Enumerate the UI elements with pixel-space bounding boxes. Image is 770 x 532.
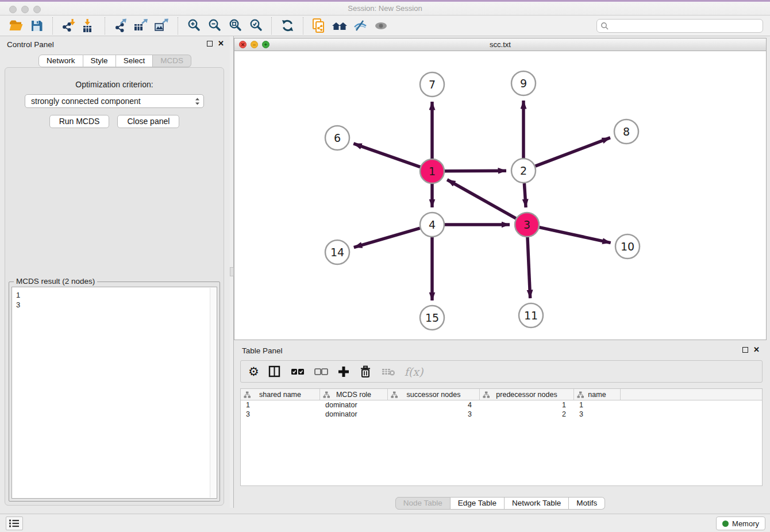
- graph-node-11[interactable]: 11: [519, 303, 543, 327]
- columns-icon[interactable]: [268, 363, 282, 380]
- import-table-icon[interactable]: [80, 17, 98, 34]
- zoom-out-icon[interactable]: [206, 17, 223, 34]
- panel-split-divider[interactable]: [230, 36, 234, 508]
- gear-icon[interactable]: ⚙: [248, 363, 259, 380]
- home-icon[interactable]: [331, 17, 348, 34]
- network-close-button[interactable]: ✕: [239, 41, 247, 48]
- show-eye-icon[interactable]: [372, 17, 390, 34]
- open-folder-icon[interactable]: [7, 17, 25, 34]
- table-cell[interactable]: 3: [388, 410, 480, 419]
- graph-edge-3-10[interactable]: [539, 228, 610, 243]
- result-scrollbar[interactable]: [210, 288, 216, 498]
- float-table-panel-icon[interactable]: [742, 347, 748, 353]
- main-toolbar: [0, 16, 770, 36]
- graph-node-4[interactable]: 4: [420, 213, 444, 237]
- mcds-result-textarea[interactable]: 1 3: [11, 287, 217, 499]
- graph-svg: 1234678910111415: [234, 51, 766, 340]
- delete-table-icon[interactable]: [381, 363, 396, 380]
- graph-edge-1-2[interactable]: [445, 171, 506, 171]
- close-panel-icon[interactable]: ✕: [218, 40, 224, 47]
- table-body: 1dominator4113dominator323: [241, 400, 762, 419]
- tab-node-table[interactable]: Node Table: [395, 497, 451, 510]
- column-header-successor-nodes[interactable]: successor nodes: [388, 389, 480, 400]
- delete-icon[interactable]: [359, 363, 372, 380]
- toolbar-separator: [105, 17, 105, 34]
- graph-edge-1-6[interactable]: [353, 144, 420, 167]
- add-icon[interactable]: [337, 363, 350, 380]
- run-mcds-button[interactable]: Run MCDS: [49, 115, 110, 128]
- refresh-icon[interactable]: [279, 17, 296, 34]
- graph-node-14[interactable]: 14: [325, 240, 349, 264]
- graph-node-8[interactable]: 8: [614, 119, 638, 144]
- table-cell[interactable]: dominator: [320, 400, 388, 410]
- graph-node-3[interactable]: 3: [515, 213, 539, 237]
- graph-edge-3-11[interactable]: [528, 237, 530, 298]
- table-row[interactable]: 1dominator411: [241, 400, 762, 410]
- close-window-button[interactable]: [9, 6, 17, 13]
- control-panel-title: Control Panel: [7, 40, 54, 49]
- float-panel-icon[interactable]: [207, 41, 213, 47]
- graph-node-1[interactable]: 1: [420, 159, 444, 183]
- export-table-icon[interactable]: [133, 17, 150, 34]
- clone-network-icon[interactable]: [310, 17, 328, 34]
- column-header-name[interactable]: name: [574, 389, 621, 400]
- graph-edge-2-8[interactable]: [536, 138, 610, 167]
- column-header-shared-name[interactable]: shared name: [241, 389, 320, 400]
- tab-mcds[interactable]: MCDS: [153, 55, 191, 67]
- table-cell[interactable]: 1: [241, 400, 320, 410]
- tab-network[interactable]: Network: [38, 55, 83, 67]
- graph-node-7[interactable]: 7: [420, 72, 444, 97]
- tab-select[interactable]: Select: [116, 55, 153, 67]
- search-input[interactable]: [611, 20, 763, 32]
- column-header-MCDS-role[interactable]: MCDS role: [320, 389, 388, 400]
- tab-network-table[interactable]: Network Table: [505, 497, 569, 510]
- import-network-icon[interactable]: [60, 17, 77, 34]
- network-window-titlebar[interactable]: ✕ − + scc.txt: [234, 38, 766, 51]
- minimize-window-button[interactable]: [21, 6, 29, 13]
- column-header-predecessor-nodes[interactable]: predecessor nodes: [480, 389, 574, 400]
- close-panel-button[interactable]: Close panel: [117, 115, 179, 128]
- graph-node-10[interactable]: 10: [615, 234, 640, 259]
- tab-style[interactable]: Style: [83, 55, 116, 67]
- divider-grip[interactable]: [230, 267, 234, 276]
- graph-node-9[interactable]: 9: [511, 71, 536, 95]
- table-header-row: shared nameMCDS rolesuccessor nodesprede…: [241, 389, 762, 400]
- maximize-window-button[interactable]: [33, 6, 41, 13]
- graph-edge-3-1[interactable]: [447, 180, 516, 218]
- memory-button[interactable]: Memory: [716, 516, 765, 530]
- zoom-in-icon[interactable]: [185, 17, 202, 34]
- export-image-icon[interactable]: [153, 17, 171, 34]
- function-builder-icon[interactable]: f(x): [405, 363, 424, 380]
- table-cell[interactable]: 1: [480, 400, 574, 410]
- graph-edge-2-3[interactable]: [524, 183, 526, 207]
- network-canvas[interactable]: 1234678910111415: [234, 51, 766, 340]
- table-cell[interactable]: 4: [388, 400, 480, 410]
- table-cell[interactable]: 3: [574, 410, 621, 419]
- select-all-checkboxes-icon[interactable]: [290, 363, 305, 380]
- network-maximize-button[interactable]: +: [262, 41, 270, 48]
- close-table-panel-icon[interactable]: ✕: [753, 346, 760, 353]
- graph-node-2[interactable]: 2: [511, 159, 536, 183]
- tab-edge-table[interactable]: Edge Table: [451, 497, 505, 510]
- table-cell[interactable]: dominator: [320, 410, 388, 419]
- network-minimize-button[interactable]: −: [251, 41, 258, 48]
- table-cell[interactable]: 1: [574, 400, 621, 410]
- task-history-button[interactable]: [6, 516, 23, 530]
- graph-node-15[interactable]: 15: [420, 306, 444, 330]
- table-panel: Table Panel ✕ ⚙: [234, 342, 767, 511]
- zoom-fit-icon[interactable]: [226, 17, 244, 34]
- table-row[interactable]: 3dominator323: [241, 410, 762, 419]
- search-field[interactable]: [596, 19, 763, 33]
- table-cell[interactable]: 2: [480, 410, 574, 419]
- hide-eye-icon[interactable]: [352, 17, 369, 34]
- criterion-dropdown[interactable]: strongly connected component: [25, 94, 204, 108]
- export-network-icon[interactable]: [112, 17, 129, 34]
- table-cell[interactable]: 3: [241, 410, 320, 419]
- tab-motifs[interactable]: Motifs: [569, 497, 605, 510]
- mcds-tab-content: Optimization criterion: strongly connect…: [5, 67, 224, 506]
- zoom-selected-icon[interactable]: [247, 17, 264, 34]
- save-icon[interactable]: [28, 17, 45, 34]
- graph-node-6[interactable]: 6: [325, 126, 349, 150]
- graph-edge-4-14[interactable]: [354, 228, 420, 247]
- deselect-checkboxes-icon[interactable]: [314, 363, 329, 380]
